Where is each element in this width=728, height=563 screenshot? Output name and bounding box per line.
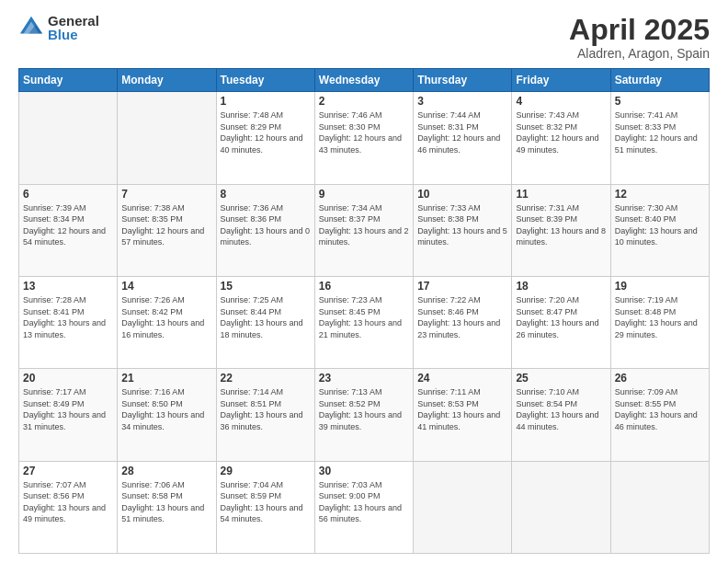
week-row-1: 1Sunrise: 7:48 AM Sunset: 8:29 PM Daylig…: [19, 92, 710, 184]
calendar-cell: 16Sunrise: 7:23 AM Sunset: 8:45 PM Dayli…: [314, 276, 413, 368]
calendar-cell: 28Sunrise: 7:06 AM Sunset: 8:58 PM Dayli…: [118, 461, 216, 553]
day-info: Sunrise: 7:14 AM Sunset: 8:51 PM Dayligh…: [221, 386, 311, 432]
day-number: 26: [615, 372, 705, 385]
calendar-cell: 9Sunrise: 7:34 AM Sunset: 8:37 PM Daylig…: [314, 184, 413, 276]
day-info: Sunrise: 7:03 AM Sunset: 9:00 PM Dayligh…: [319, 479, 409, 525]
weekday-header-row: SundayMondayTuesdayWednesdayThursdayFrid…: [19, 69, 710, 92]
day-info: Sunrise: 7:33 AM Sunset: 8:38 PM Dayligh…: [417, 202, 507, 248]
calendar-cell: 17Sunrise: 7:22 AM Sunset: 8:46 PM Dayli…: [414, 276, 512, 368]
calendar-cell: 1Sunrise: 7:48 AM Sunset: 8:29 PM Daylig…: [216, 92, 314, 184]
calendar-cell: 23Sunrise: 7:13 AM Sunset: 8:52 PM Dayli…: [314, 369, 413, 461]
day-info: Sunrise: 7:36 AM Sunset: 8:36 PM Dayligh…: [221, 202, 311, 248]
logo-blue: Blue: [48, 28, 99, 41]
weekday-header-monday: Monday: [118, 69, 216, 92]
day-info: Sunrise: 7:22 AM Sunset: 8:46 PM Dayligh…: [417, 294, 507, 340]
logo-icon: [18, 15, 44, 40]
day-number: 5: [615, 95, 705, 108]
weekday-header-wednesday: Wednesday: [314, 69, 413, 92]
day-number: 22: [221, 372, 311, 385]
calendar-cell: [118, 92, 216, 184]
day-info: Sunrise: 7:44 AM Sunset: 8:31 PM Dayligh…: [417, 109, 507, 155]
day-number: 16: [319, 280, 409, 293]
week-row-5: 27Sunrise: 7:07 AM Sunset: 8:56 PM Dayli…: [19, 461, 710, 553]
calendar-cell: 5Sunrise: 7:41 AM Sunset: 8:33 PM Daylig…: [610, 92, 709, 184]
calendar-cell: [512, 461, 610, 553]
week-row-3: 13Sunrise: 7:28 AM Sunset: 8:41 PM Dayli…: [19, 276, 710, 368]
day-number: 9: [319, 188, 409, 201]
location-subtitle: Aladren, Aragon, Spain: [569, 46, 710, 61]
day-number: 3: [417, 95, 507, 108]
weekday-header-saturday: Saturday: [610, 69, 709, 92]
day-number: 1: [221, 95, 311, 108]
day-number: 13: [23, 280, 113, 293]
calendar-cell: 14Sunrise: 7:26 AM Sunset: 8:42 PM Dayli…: [118, 276, 216, 368]
calendar-cell: [414, 461, 512, 553]
day-info: Sunrise: 7:46 AM Sunset: 8:30 PM Dayligh…: [319, 109, 409, 155]
day-number: 30: [319, 465, 409, 477]
day-info: Sunrise: 7:23 AM Sunset: 8:45 PM Dayligh…: [319, 294, 409, 340]
day-info: Sunrise: 7:43 AM Sunset: 8:32 PM Dayligh…: [516, 109, 606, 155]
day-info: Sunrise: 7:38 AM Sunset: 8:35 PM Dayligh…: [121, 202, 211, 248]
day-number: 29: [221, 465, 311, 477]
logo-text: General Blue: [48, 14, 99, 41]
day-number: 20: [23, 372, 113, 385]
calendar-cell: 11Sunrise: 7:31 AM Sunset: 8:39 PM Dayli…: [512, 184, 610, 276]
calendar-cell: 24Sunrise: 7:11 AM Sunset: 8:53 PM Dayli…: [414, 369, 512, 461]
day-info: Sunrise: 7:48 AM Sunset: 8:29 PM Dayligh…: [221, 109, 311, 155]
calendar-cell: 30Sunrise: 7:03 AM Sunset: 9:00 PM Dayli…: [314, 461, 413, 553]
week-row-2: 6Sunrise: 7:39 AM Sunset: 8:34 PM Daylig…: [19, 184, 710, 276]
day-number: 19: [615, 280, 705, 293]
day-info: Sunrise: 7:07 AM Sunset: 8:56 PM Dayligh…: [23, 479, 113, 525]
day-number: 12: [615, 188, 705, 201]
calendar-cell: 27Sunrise: 7:07 AM Sunset: 8:56 PM Dayli…: [19, 461, 118, 553]
day-info: Sunrise: 7:10 AM Sunset: 8:54 PM Dayligh…: [516, 386, 606, 432]
calendar-cell: 3Sunrise: 7:44 AM Sunset: 8:31 PM Daylig…: [414, 92, 512, 184]
day-info: Sunrise: 7:13 AM Sunset: 8:52 PM Dayligh…: [319, 386, 409, 432]
day-number: 24: [417, 372, 507, 385]
calendar-cell: 26Sunrise: 7:09 AM Sunset: 8:55 PM Dayli…: [610, 369, 709, 461]
calendar-cell: 12Sunrise: 7:30 AM Sunset: 8:40 PM Dayli…: [610, 184, 709, 276]
calendar-cell: 18Sunrise: 7:20 AM Sunset: 8:47 PM Dayli…: [512, 276, 610, 368]
day-info: Sunrise: 7:16 AM Sunset: 8:50 PM Dayligh…: [121, 386, 211, 432]
week-row-4: 20Sunrise: 7:17 AM Sunset: 8:49 PM Dayli…: [19, 369, 710, 461]
day-number: 17: [417, 280, 507, 293]
day-info: Sunrise: 7:19 AM Sunset: 8:48 PM Dayligh…: [615, 294, 705, 340]
day-info: Sunrise: 7:30 AM Sunset: 8:40 PM Dayligh…: [615, 202, 705, 248]
day-info: Sunrise: 7:34 AM Sunset: 8:37 PM Dayligh…: [319, 202, 409, 248]
weekday-header-sunday: Sunday: [19, 69, 118, 92]
calendar-cell: 20Sunrise: 7:17 AM Sunset: 8:49 PM Dayli…: [19, 369, 118, 461]
calendar-cell: 19Sunrise: 7:19 AM Sunset: 8:48 PM Dayli…: [610, 276, 709, 368]
day-number: 28: [121, 465, 211, 477]
day-info: Sunrise: 7:04 AM Sunset: 8:59 PM Dayligh…: [221, 479, 311, 525]
calendar-cell: [19, 92, 118, 184]
title-area: April 2025 Aladren, Aragon, Spain: [569, 14, 710, 61]
day-number: 8: [221, 188, 311, 201]
calendar-cell: 2Sunrise: 7:46 AM Sunset: 8:30 PM Daylig…: [314, 92, 413, 184]
calendar-cell: 22Sunrise: 7:14 AM Sunset: 8:51 PM Dayli…: [216, 369, 314, 461]
day-info: Sunrise: 7:25 AM Sunset: 8:44 PM Dayligh…: [221, 294, 311, 340]
calendar-cell: 25Sunrise: 7:10 AM Sunset: 8:54 PM Dayli…: [512, 369, 610, 461]
weekday-header-thursday: Thursday: [414, 69, 512, 92]
day-info: Sunrise: 7:20 AM Sunset: 8:47 PM Dayligh…: [516, 294, 606, 340]
calendar-cell: 7Sunrise: 7:38 AM Sunset: 8:35 PM Daylig…: [118, 184, 216, 276]
calendar-cell: 10Sunrise: 7:33 AM Sunset: 8:38 PM Dayli…: [414, 184, 512, 276]
day-info: Sunrise: 7:39 AM Sunset: 8:34 PM Dayligh…: [23, 202, 113, 248]
calendar-cell: 29Sunrise: 7:04 AM Sunset: 8:59 PM Dayli…: [216, 461, 314, 553]
month-title: April 2025: [569, 14, 710, 46]
day-info: Sunrise: 7:41 AM Sunset: 8:33 PM Dayligh…: [615, 109, 705, 155]
day-number: 2: [319, 95, 409, 108]
calendar-cell: 21Sunrise: 7:16 AM Sunset: 8:50 PM Dayli…: [118, 369, 216, 461]
day-info: Sunrise: 7:26 AM Sunset: 8:42 PM Dayligh…: [121, 294, 211, 340]
day-info: Sunrise: 7:06 AM Sunset: 8:58 PM Dayligh…: [121, 479, 211, 525]
calendar-cell: 8Sunrise: 7:36 AM Sunset: 8:36 PM Daylig…: [216, 184, 314, 276]
day-info: Sunrise: 7:31 AM Sunset: 8:39 PM Dayligh…: [516, 202, 606, 248]
day-info: Sunrise: 7:09 AM Sunset: 8:55 PM Dayligh…: [615, 386, 705, 432]
day-number: 18: [516, 280, 606, 293]
calendar-cell: 4Sunrise: 7:43 AM Sunset: 8:32 PM Daylig…: [512, 92, 610, 184]
calendar-cell: [610, 461, 709, 553]
day-number: 15: [221, 280, 311, 293]
day-number: 11: [516, 188, 606, 201]
calendar-cell: 13Sunrise: 7:28 AM Sunset: 8:41 PM Dayli…: [19, 276, 118, 368]
calendar-cell: 6Sunrise: 7:39 AM Sunset: 8:34 PM Daylig…: [19, 184, 118, 276]
day-number: 25: [516, 372, 606, 385]
